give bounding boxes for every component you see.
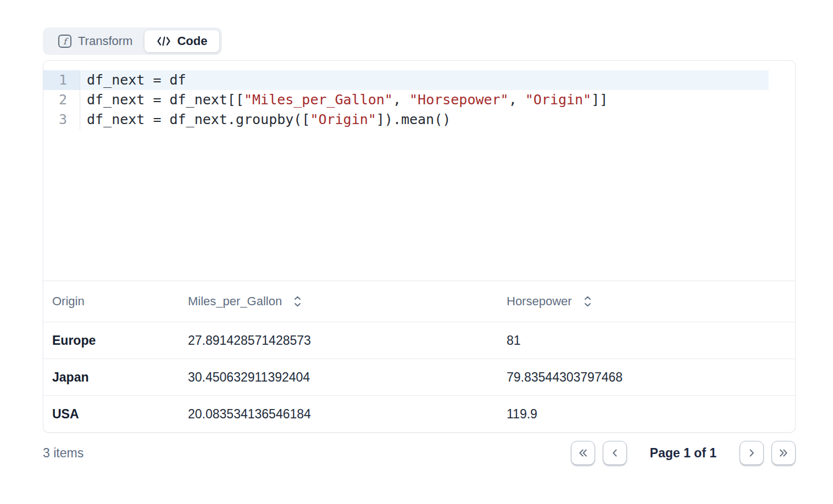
table-body: Europe27.89142857142857381Japan30.450632… <box>43 322 795 432</box>
table-row[interactable]: Japan30.45063291139240479.83544303797468 <box>43 359 795 395</box>
code-line[interactable]: 3df_next = df_next.groupby(["Origin"]).m… <box>43 110 795 130</box>
sort-icon[interactable] <box>583 295 592 307</box>
data-cell: 119.9 <box>498 407 795 422</box>
row-header-cell: Europe <box>43 333 179 348</box>
function-icon: f <box>58 34 72 48</box>
table-header-row: OriginMiles_per_GallonHorsepower <box>43 281 795 322</box>
row-header-cell: USA <box>43 407 179 422</box>
line-number: 2 <box>43 90 80 110</box>
data-cell: 20.083534136546184 <box>179 407 498 422</box>
svg-text:f: f <box>63 36 69 47</box>
code-editor[interactable]: 1df_next = df2df_next = df_next[["Miles_… <box>43 61 795 281</box>
chevron-left-icon <box>609 447 620 458</box>
table-row[interactable]: USA20.083534136546184119.9 <box>43 395 795 432</box>
tab-transform-label: Transform <box>78 34 132 48</box>
next-page-button[interactable] <box>740 441 764 465</box>
table-footer: 3 items Page 1 of 1 <box>43 441 796 465</box>
data-cell: 27.891428571428573 <box>179 333 498 348</box>
chevron-right-icon <box>746 447 757 458</box>
page-indicator: Page 1 of 1 <box>650 446 717 461</box>
sort-icon[interactable] <box>293 295 302 307</box>
code-line[interactable]: 1df_next = df <box>43 70 795 90</box>
code-line-text: df_next = df_next.groupby(["Origin"]).me… <box>80 110 795 130</box>
column-header-label: Origin <box>52 294 85 309</box>
view-toggle: f Transform Code <box>43 27 222 55</box>
data-cell: 79.83544303797468 <box>498 370 795 385</box>
tab-code[interactable]: Code <box>145 30 219 52</box>
items-count: 3 items <box>43 446 84 461</box>
double-chevron-right-icon <box>778 447 789 458</box>
table-row[interactable]: Europe27.89142857142857381 <box>43 322 795 359</box>
panel: 1df_next = df2df_next = df_next[["Miles_… <box>43 60 796 433</box>
data-cell: 81 <box>498 333 795 348</box>
column-header-miles_per_gallon[interactable]: Miles_per_Gallon <box>179 294 498 309</box>
pagination-controls: Page 1 of 1 <box>571 441 796 465</box>
code-line-text: df_next = df_next[["Miles_per_Gallon", "… <box>80 90 795 110</box>
code-icon <box>157 36 171 47</box>
column-header-label: Horsepower <box>507 294 572 309</box>
data-cell: 30.450632911392404 <box>179 370 498 385</box>
code-lines: 1df_next = df2df_next = df_next[["Miles_… <box>43 70 795 130</box>
code-line[interactable]: 2df_next = df_next[["Miles_per_Gallon", … <box>43 90 795 110</box>
double-chevron-left-icon <box>577 447 588 458</box>
last-page-button[interactable] <box>771 441 796 465</box>
column-header-label: Miles_per_Gallon <box>188 294 282 309</box>
transform-code-panel: f Transform Code 1df_next = df2df_next =… <box>0 0 833 504</box>
line-number: 3 <box>43 110 80 130</box>
code-line-text: df_next = df <box>80 70 795 90</box>
tab-transform[interactable]: f Transform <box>46 30 145 52</box>
prev-page-button[interactable] <box>603 441 627 465</box>
row-header-cell: Japan <box>43 370 179 385</box>
column-header-origin: Origin <box>43 294 179 309</box>
column-header-horsepower[interactable]: Horsepower <box>498 294 795 309</box>
tab-code-label: Code <box>177 34 207 48</box>
first-page-button[interactable] <box>571 441 595 465</box>
line-number: 1 <box>43 70 80 90</box>
